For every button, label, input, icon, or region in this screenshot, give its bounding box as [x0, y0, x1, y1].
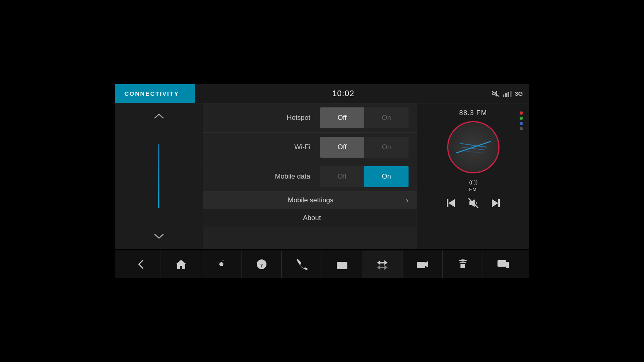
settings-button[interactable]: °: [201, 251, 242, 278]
mobile-data-label: Mobile data: [215, 173, 320, 181]
clock-display: 10:02: [195, 89, 491, 98]
radio-dial-inner: [448, 122, 498, 172]
mobile-data-off-button[interactable]: Off: [320, 166, 364, 187]
about-label: About: [215, 214, 409, 222]
status-bar: 3G: [491, 90, 529, 97]
mobile-settings-label: Mobile settings: [215, 196, 406, 204]
radio-dial-container: [447, 121, 500, 173]
radio-controls: [444, 196, 503, 210]
radio-next-button[interactable]: [489, 196, 503, 210]
back-button[interactable]: [121, 251, 161, 278]
phone-button[interactable]: [282, 251, 322, 278]
svg-line-7: [464, 151, 483, 153]
svg-text:°: °: [223, 259, 224, 263]
hotspot-on-button[interactable]: On: [364, 107, 409, 128]
radio-needle-svg: [448, 122, 498, 172]
left-panel: [115, 103, 203, 249]
radio-signal-button[interactable]: [443, 251, 483, 278]
svg-line-26: [346, 259, 347, 262]
svg-rect-20: [337, 262, 347, 269]
wifi-row: Wi-Fi Off On: [203, 133, 417, 162]
radio-dial: [447, 121, 500, 173]
screen: CONNECTIVITY 10:02 3G: [115, 84, 529, 249]
svg-rect-4: [510, 91, 512, 97]
main-area: Hotspot Off On Wi-Fi Off On Mobi: [115, 103, 529, 249]
connectivity-title: CONNECTIVITY: [115, 84, 195, 103]
media-button[interactable]: [322, 251, 362, 278]
svg-line-24: [341, 259, 342, 262]
signal-icon: [503, 90, 512, 97]
scroll-down-button[interactable]: [151, 228, 167, 244]
svg-text:(( )): (( )): [469, 179, 477, 185]
svg-rect-33: [497, 260, 506, 267]
svg-marker-13: [492, 199, 498, 207]
svg-line-23: [339, 259, 339, 262]
home-button[interactable]: [161, 251, 201, 278]
svg-rect-31: [460, 264, 465, 268]
navigation-button[interactable]: [242, 251, 282, 278]
svg-rect-3: [508, 92, 509, 97]
output-button[interactable]: [483, 251, 523, 278]
svg-marker-10: [448, 199, 455, 207]
radio-panel: 88.3 FM: [417, 103, 529, 249]
chevron-right-icon: ›: [406, 195, 409, 205]
hotspot-toggle-group: Off On: [320, 107, 409, 128]
network-type: 3G: [515, 90, 523, 97]
svg-rect-1: [503, 95, 504, 97]
about-row[interactable]: About: [203, 209, 417, 227]
scroll-indicator: [158, 144, 159, 208]
status-dot-green: [520, 117, 523, 120]
svg-rect-2: [505, 93, 507, 97]
wifi-label: Wi-Fi: [215, 143, 320, 151]
mobile-settings-row[interactable]: Mobile settings ›: [203, 191, 417, 209]
wifi-on-button[interactable]: On: [364, 137, 409, 158]
hotspot-off-button[interactable]: Off: [320, 107, 364, 128]
center-panel: Hotspot Off On Wi-Fi Off On Mobi: [203, 103, 417, 249]
wifi-off-button[interactable]: Off: [320, 137, 364, 158]
mobile-data-row: Mobile data Off On: [203, 162, 417, 191]
svg-rect-14: [498, 199, 500, 207]
svg-rect-11: [447, 199, 448, 207]
camera-button[interactable]: [402, 251, 443, 278]
radio-fm-icon-group: (( )) FM: [466, 177, 481, 192]
scroll-up-button[interactable]: [151, 108, 167, 124]
mute-icon: [491, 90, 500, 97]
hotspot-row: Hotspot Off On: [203, 103, 417, 133]
mobile-data-on-button[interactable]: On: [364, 166, 409, 187]
status-dot-gray: [520, 127, 523, 130]
status-dots: [520, 111, 523, 130]
mobile-data-toggle-group: Off On: [320, 166, 409, 187]
connectivity-button[interactable]: [362, 251, 402, 278]
radio-prev-button[interactable]: [444, 196, 458, 210]
radio-band-label: FM: [469, 187, 477, 192]
svg-line-25: [343, 259, 344, 262]
radio-mute-button[interactable]: [466, 196, 481, 210]
wifi-toggle-group: Off On: [320, 137, 409, 158]
header: CONNECTIVITY 10:02 3G: [115, 84, 529, 103]
bottom-navigation: °: [115, 250, 529, 278]
radio-frequency: 88.3 FM: [459, 109, 487, 117]
status-dot-red: [520, 111, 523, 115]
svg-point-29: [420, 264, 422, 266]
hotspot-label: Hotspot: [215, 114, 320, 122]
radio-waves-icon: (( )): [466, 177, 481, 187]
status-dot-blue: [520, 122, 523, 125]
svg-marker-30: [425, 261, 428, 267]
